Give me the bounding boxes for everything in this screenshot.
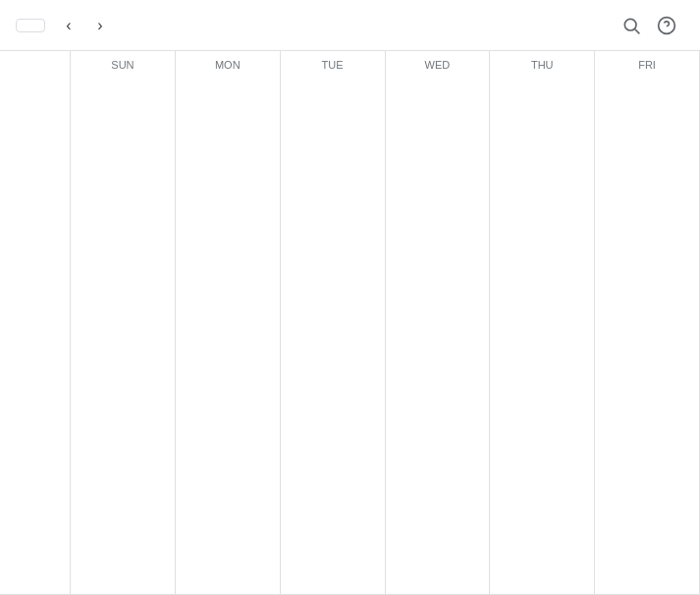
help-button[interactable]: [649, 8, 684, 43]
header: ‹ ›: [0, 0, 700, 51]
week-col-header: [0, 51, 71, 595]
calendar: SUN MON TUE WED THU FRI: [0, 51, 700, 595]
next-button[interactable]: ›: [84, 10, 116, 41]
day-header-sun: SUN: [71, 51, 176, 595]
search-button[interactable]: [614, 8, 649, 43]
help-icon: [657, 16, 676, 35]
day-header-mon: MON: [176, 51, 281, 595]
prev-button[interactable]: ‹: [53, 10, 84, 41]
day-header-wed: WED: [386, 51, 491, 595]
day-header-thu: THU: [490, 51, 595, 595]
day-header-fri: FRI: [595, 51, 700, 595]
day-header-tue: TUE: [281, 51, 386, 595]
svg-point-0: [624, 19, 636, 30]
svg-line-1: [635, 28, 640, 33]
search-icon: [621, 16, 641, 35]
today-button[interactable]: [16, 19, 45, 32]
